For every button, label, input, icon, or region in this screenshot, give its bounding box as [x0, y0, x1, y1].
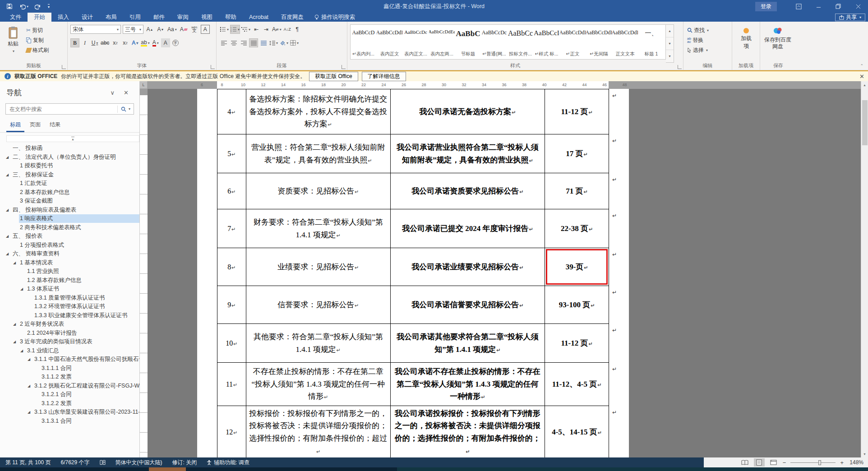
nav-tree-item[interactable]: ◢3.1 业绩汇总 [0, 346, 139, 356]
align-left-icon[interactable] [219, 38, 228, 47]
row-number-cell[interactable]: 9 [217, 286, 246, 324]
scroll-up-icon[interactable]: ▲ [861, 81, 868, 88]
tab-stop-selector[interactable]: L [140, 81, 148, 89]
tab-设计[interactable]: 设计 [75, 13, 99, 22]
pages-cell[interactable]: 22-38 页 [545, 209, 609, 248]
requirement-cell[interactable]: 备选投标方案：除招标文件明确允许提交备选投标方案外，投标人不得提交备选投标方案 [246, 89, 391, 134]
response-cell[interactable]: 我公司承诺无备选投标方案 [391, 89, 545, 134]
style-item[interactable]: AaBbCcDdI↵正文 [560, 25, 586, 59]
tab-布局[interactable]: 布局 [99, 13, 123, 22]
expand-triangle-icon[interactable]: ◢ [13, 322, 19, 326]
tab-视图[interactable]: 视图 [195, 13, 219, 22]
nav-tree-item[interactable]: 1.1 营业执照 [0, 267, 139, 276]
expand-triangle-icon[interactable]: ◢ [6, 252, 12, 256]
expand-triangle-icon[interactable]: ◢ [28, 410, 33, 414]
styles-dialog-launcher[interactable] [678, 65, 682, 69]
nav-tree-item[interactable]: ◢3.1.2 抚顺石化工程建设有限公司-FSGJ-WCB-LX... [0, 382, 139, 391]
tell-me-search[interactable]: 操作说明搜索 [310, 13, 360, 22]
nav-tree-item[interactable]: 3.1.1.2 发票 [0, 373, 139, 382]
save-icon[interactable] [6, 3, 13, 9]
clear-formatting-icon[interactable]: A [179, 25, 188, 34]
style-item[interactable]: AaBbCcDdI表内正文 [377, 25, 403, 59]
requirement-cell[interactable]: 信誉要求：见招标公告 [246, 286, 391, 324]
share-button[interactable]: 共享▾ [835, 14, 865, 21]
tab-审阅[interactable]: 审阅 [171, 13, 195, 22]
nav-tree-item[interactable]: ◢四、 投标响应表及偏差表 [0, 206, 139, 215]
nav-tree-item[interactable]: ◢3 近年完成的类似项目情况表 [0, 337, 139, 346]
zoom-percentage[interactable]: 148% [847, 459, 863, 466]
tab-开始[interactable]: 开始 [28, 13, 51, 22]
proofing-status[interactable] [100, 460, 106, 465]
ribbon-display-options-icon[interactable] [789, 0, 808, 13]
style-item[interactable]: AaBbCcDdI↵无间隔 [586, 25, 612, 59]
nav-tab-标题[interactable]: 标题 [6, 120, 24, 132]
requirement-cell[interactable]: 营业执照：符合第二章“投标人须知前附表”规定，具备有效的营业执照 [246, 134, 391, 173]
numbering-icon[interactable]: 123▾ [230, 25, 240, 34]
decrease-indent-icon[interactable]: ⇤ [252, 25, 261, 34]
style-item[interactable]: AaBbCc投标文件... [508, 25, 534, 59]
scroll-down-icon[interactable]: ▼ [861, 450, 868, 457]
nav-jump-top-bar[interactable]: ▲ [6, 135, 139, 142]
collapse-ribbon-icon[interactable]: ⌃ [860, 64, 863, 68]
clipboard-dialog-launcher[interactable] [62, 65, 66, 69]
align-center-icon[interactable] [229, 38, 238, 47]
distribute-icon[interactable] [259, 38, 268, 47]
expand-triangle-icon[interactable]: ◢ [13, 261, 19, 265]
requirement-cell[interactable]: 其他要求：符合第二章“投标人须知”第 1.4.1 项规定 [246, 324, 391, 363]
page-indicator[interactable]: 第 11 页, 共 100 页 [5, 459, 51, 466]
search-input[interactable] [6, 106, 117, 112]
copy-button[interactable]: 复制 [25, 35, 50, 45]
requirement-cell[interactable]: 业绩要求：见招标公告 [246, 248, 391, 286]
requirement-cell[interactable]: 资质要求：见招标公告 [246, 173, 391, 209]
nav-chevron-down-icon[interactable]: ∨ [106, 89, 120, 96]
nav-tree-item[interactable]: ◢三、 投标保证金 [0, 171, 139, 180]
warning-close-icon[interactable]: ✕ [859, 71, 864, 81]
nav-tree-item[interactable]: 2 商务和技术偏差表格式 [0, 223, 139, 232]
tab-文件[interactable]: 文件 [4, 13, 28, 22]
response-cell[interactable]: 我公司承诺资质要求见招标公告 [391, 173, 545, 209]
nav-tree-item[interactable]: 1 分项报价表格式 [0, 241, 139, 250]
response-cell[interactable]: 我公司承诺业绩要求见招标公告 [391, 248, 545, 286]
nav-tree-item[interactable]: 1 响应表格式 [0, 214, 139, 223]
strikethrough-icon[interactable]: abc [100, 38, 110, 47]
search-go-button[interactable]: ▾ [118, 106, 134, 112]
nav-tab-结果[interactable]: 结果 [46, 120, 64, 132]
accessibility-status[interactable]: 辅助功能: 调查 [207, 459, 249, 466]
underline-icon[interactable]: U▾ [90, 38, 99, 47]
zoom-slider-thumb[interactable] [818, 460, 821, 465]
nav-tree-item[interactable]: ◢3.1.3 山东华显安装建设有限公司-2023-11-20 [0, 408, 139, 417]
pages-cell[interactable]: 93-100 页 [545, 286, 609, 324]
enclose-characters-icon[interactable]: 字 [171, 38, 180, 47]
character-border-icon[interactable]: A [201, 25, 210, 34]
nav-tree-item[interactable]: 1 汇款凭证 [0, 179, 139, 188]
nav-tree-item[interactable]: 一、 投标函 [0, 144, 139, 153]
asian-layout-icon[interactable]: A⇄▾ [272, 25, 282, 34]
zoom-in-icon[interactable]: + [840, 459, 844, 466]
font-size-combo[interactable]: 三号▾ [123, 25, 143, 34]
format-painter-button[interactable]: 格式刷 [25, 45, 50, 55]
show-marks-icon[interactable]: ¶ [293, 25, 302, 34]
row-number-cell[interactable]: 8 [217, 248, 246, 286]
learn-more-button[interactable]: 了解详细信息 [362, 72, 406, 81]
row-number-cell[interactable]: 12 [217, 406, 246, 457]
nav-tree-item[interactable]: 3.1.1.1 合同 [0, 364, 139, 373]
expand-triangle-icon[interactable]: ◢ [20, 287, 26, 291]
nav-tree-item[interactable]: ◢六、 资格审查资料 [0, 249, 139, 259]
nav-close-icon[interactable]: ✕ [119, 89, 133, 96]
nav-tree-item[interactable]: 3.1.3.1 合同 [0, 417, 139, 426]
read-mode-icon[interactable] [739, 458, 750, 466]
nav-tree-item[interactable]: 2.1 2024年审计报告 [0, 329, 139, 338]
response-cell[interactable]: 我公司承诺其他要求符合第二章“投标人须知”第 1.4.1 项规定 [391, 324, 545, 363]
expand-triangle-icon[interactable]: ◢ [13, 340, 19, 344]
styles-scroll-down-icon[interactable]: ▼ [666, 37, 674, 50]
nav-tree-item[interactable]: 1.3.2 环境管理体系认证证书 [0, 302, 139, 311]
pages-cell[interactable]: 71 页 [545, 173, 609, 209]
requirement-cell[interactable]: 不存在禁止投标的情形：不存在第二章“投标人须知”第 1.4.3 项规定的任何一种… [246, 363, 391, 406]
print-layout-icon[interactable] [754, 458, 765, 466]
highlight-color-icon[interactable]: ab▾ [140, 38, 150, 47]
replace-button[interactable]: abac 替换 [686, 35, 729, 45]
pages-cell[interactable]: 39-页 [545, 248, 609, 286]
pages-cell[interactable]: 11-12 页 [545, 324, 609, 363]
scroll-thumb[interactable] [862, 100, 868, 145]
nav-tree-item[interactable]: ◢五、 报价表 [0, 232, 139, 241]
